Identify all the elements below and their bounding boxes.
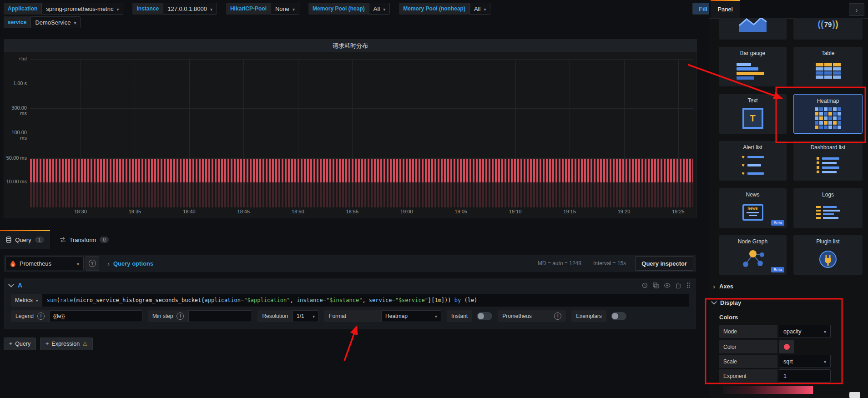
heatmap-bucket-low-density — [30, 182, 693, 207]
resolution-select[interactable]: 1/1 — [293, 310, 319, 322]
viz-card-bar-gauge[interactable]: Bar gauge — [719, 47, 787, 86]
grid-cell — [824, 107, 828, 111]
viz-card-logs[interactable]: Logs — [793, 188, 863, 228]
viz-card-node-graph[interactable]: Node Graph Beta — [719, 235, 787, 275]
color-swatch-button[interactable] — [779, 340, 794, 353]
x-axis-label: 19:10 — [505, 209, 525, 214]
toggle-knob — [612, 313, 618, 319]
news-icon-text: news — [747, 207, 758, 211]
viz-card-alert-list[interactable]: Alert list — [719, 141, 787, 181]
grid-line — [30, 59, 693, 60]
format-select[interactable]: Heatmap — [381, 310, 441, 322]
viz-card-news[interactable]: News news Beta — [719, 188, 787, 228]
viz-card-table[interactable]: Table — [793, 47, 863, 86]
exemplars-label: Exemplars — [571, 310, 606, 322]
variable-service: service DemoService — [4, 16, 81, 28]
question-circle-icon: ? — [89, 260, 96, 267]
mode-select[interactable]: opacity — [779, 325, 831, 338]
chevron-down-icon — [210, 5, 212, 12]
variable-hikaricp-pool: HikariCP-Pool None — [226, 3, 299, 15]
exemplars-toggle[interactable] — [611, 312, 626, 320]
grid-cell — [838, 116, 841, 120]
heatmap-plot[interactable]: +Inf1.00 s300.00 ms100.00 ms50.00 ms10.0… — [4, 52, 696, 218]
grid-line — [30, 108, 693, 109]
section-axes[interactable]: Axes — [713, 283, 733, 290]
drag-handle-icon[interactable] — [686, 282, 691, 288]
min-step-input[interactable] — [188, 310, 252, 322]
scale-select[interactable]: sqrt — [779, 355, 831, 368]
promql-token: 1m — [434, 297, 441, 303]
promql-token: "$service" — [395, 297, 428, 303]
datasource-row: Prometheus ? Query options MD = auto = 1… — [4, 255, 696, 272]
query-row-header[interactable]: A — [4, 278, 696, 292]
variable-label: Memory Pool (nonheap) — [399, 3, 469, 15]
annotation-arrow-to-format-select — [344, 327, 357, 361]
variable-value-dropdown[interactable]: DemoService — [30, 16, 81, 28]
section-display[interactable]: Display — [712, 299, 741, 306]
section-axes-label: Axes — [719, 283, 733, 290]
variable-value-dropdown[interactable]: All — [469, 3, 490, 15]
query-inspector-button[interactable]: Query inspector — [635, 256, 693, 271]
promql-token: ( — [464, 297, 467, 303]
viz-card-gauge-partial[interactable]: ((79)) — [793, 18, 863, 40]
viz-card-dashboard-list[interactable]: Dashboard list — [793, 141, 863, 181]
add-expression-label: Expression — [51, 341, 80, 347]
panel-title: 请求耗时分布 — [333, 42, 368, 50]
exponent-label: Exponent — [719, 369, 777, 383]
variable-label: service — [4, 16, 30, 28]
dashboard-list-icon — [793, 152, 863, 178]
trash-icon[interactable] — [676, 282, 681, 288]
metrics-dropdown[interactable]: Metrics — [11, 294, 42, 307]
red-color-swatch — [784, 344, 790, 350]
history-icon[interactable] — [642, 282, 648, 288]
chevron-down-icon — [383, 5, 385, 12]
variable-value-dropdown[interactable]: 127.0.0.1:8000 — [163, 3, 217, 15]
grid-line — [30, 84, 693, 84]
collapse-sidebar-button[interactable] — [849, 3, 864, 16]
grid-cell — [838, 121, 841, 125]
duplicate-icon[interactable] — [653, 282, 659, 288]
tab-panel[interactable]: Panel — [711, 0, 740, 18]
grid-cell — [833, 121, 837, 125]
grid-line — [30, 133, 693, 133]
y-axis-label: 50.00 ms — [4, 155, 27, 161]
grid-cell — [833, 71, 841, 75]
variable-value-dropdown[interactable]: None — [271, 3, 299, 15]
eye-icon[interactable] — [664, 283, 671, 288]
viz-card-text[interactable]: Text — [719, 94, 787, 134]
viz-card-heatmap-selected[interactable]: Heatmap — [793, 94, 863, 134]
datasource-picker[interactable]: Prometheus — [5, 257, 84, 270]
grid-cell — [824, 63, 832, 66]
add-expression-button[interactable]: Expression — [40, 338, 93, 350]
exponent-input[interactable]: 1 — [779, 369, 831, 383]
promql-expression-input[interactable]: sum(rate(micro_service_histogram_seconds… — [42, 294, 689, 307]
bar-gauge-icon — [719, 58, 787, 84]
chevron-right-icon — [856, 6, 858, 13]
query-options-toggle[interactable]: Query options — [107, 260, 153, 267]
partial-scroll-element[interactable] — [849, 392, 860, 398]
variable-value-dropdown[interactable]: spring-prometheus-metric — [41, 3, 123, 15]
x-axis-label: 18:30 — [71, 209, 91, 214]
legend-input[interactable]: {{le}} — [49, 310, 142, 322]
panel-options-sidebar: Panel ((79)) Bar gauge Table — [709, 0, 868, 398]
grid-cell — [828, 116, 832, 120]
tab-transform[interactable]: Transform 0 — [50, 230, 118, 249]
panel-header[interactable]: 请求耗时分布 — [4, 40, 696, 52]
instant-toggle[interactable] — [477, 312, 492, 320]
viz-card-plugin-list[interactable]: Plugin list — [793, 235, 863, 275]
promql-token: = — [392, 297, 395, 303]
toggle-knob — [478, 313, 484, 319]
datasource-help-button[interactable]: ? — [86, 256, 99, 271]
viz-card-graph-partial[interactable] — [719, 18, 787, 40]
variable-value: All — [373, 5, 380, 12]
viz-card-label: Text — [719, 97, 787, 104]
legend-option: Legendi {{le}} — [11, 310, 142, 322]
tab-query-label: Query — [15, 237, 31, 243]
y-axis-label: 100.00 ms — [4, 130, 27, 141]
tab-query[interactable]: Query 1 — [0, 230, 50, 249]
variable-value-dropdown[interactable]: All — [369, 3, 390, 15]
viz-card-label: Plugin list — [793, 238, 863, 245]
add-query-button[interactable]: Query — [4, 338, 36, 350]
chevron-right-icon — [713, 283, 715, 290]
grafana-panel-edit-screen: Application spring-prometheus-metric Ins… — [0, 0, 868, 398]
